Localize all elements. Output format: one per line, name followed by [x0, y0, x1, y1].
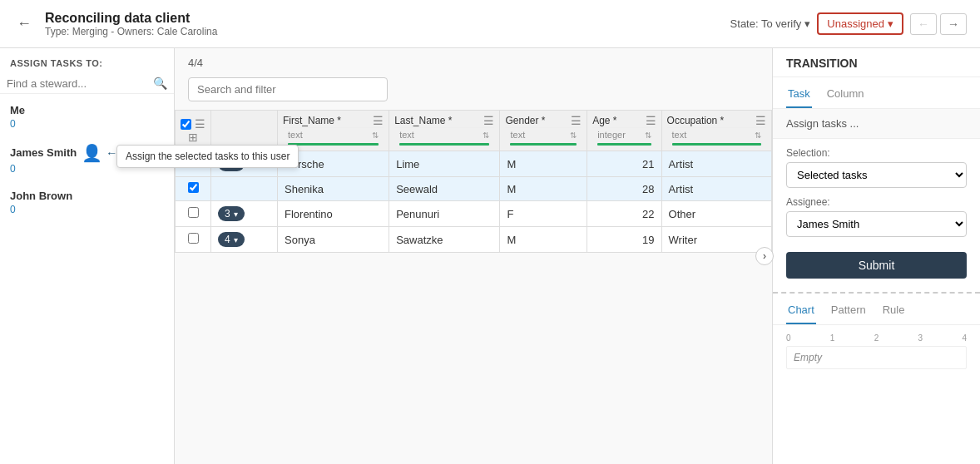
chart-axis: 01234	[786, 333, 967, 343]
grid-view-icon[interactable]: ⊞	[188, 131, 198, 144]
page-title: Reconciling data client	[45, 11, 217, 26]
row-gender-cell: F	[500, 201, 587, 227]
row-gender-cell: M	[500, 151, 587, 177]
row-age-cell: 19	[587, 227, 661, 253]
row-age-cell: 28	[587, 177, 661, 201]
nav-prev-button[interactable]: ←	[910, 13, 937, 35]
th-age-sort[interactable]: ⇅	[645, 131, 651, 140]
page-subtitle: Type: Merging - Owners: Cale Carolina	[45, 26, 217, 37]
th-gender-sort[interactable]: ⇅	[570, 131, 577, 140]
nav-next-button[interactable]: →	[940, 13, 967, 35]
john-brown-label: John Brown	[10, 190, 164, 202]
james-smith-row[interactable]: James Smith 👤 ← 0 Assign the selected ta…	[0, 138, 174, 180]
th-first-name-type: text	[288, 130, 303, 140]
search-filter-input[interactable]	[188, 77, 388, 101]
row-checkbox[interactable]	[188, 182, 199, 193]
row-last_name-cell: Penunuri	[389, 201, 500, 227]
th-first-name-label: First_Name *	[283, 115, 341, 126]
th-gender-label: Gender *	[505, 115, 545, 126]
row-last_name-cell: Sawatzke	[389, 227, 500, 253]
th-age-menu[interactable]: ☰	[646, 114, 656, 127]
assignee-select[interactable]: James Smith Me John Brown	[786, 211, 967, 237]
row-first_name-cell: Sonya	[278, 227, 389, 253]
transition-tabs: Task Column	[773, 77, 980, 109]
person-icon: 👤	[82, 143, 102, 163]
table-row: 4 ▾SonyaSawatzkeM19Writer	[176, 227, 772, 253]
task-badge[interactable]: 4 ▾	[218, 232, 245, 247]
assign-to-user-icon[interactable]: 👤 ←	[82, 143, 117, 163]
assign-tooltip: Assign the selected tasks to this user	[116, 145, 299, 168]
th-last-name-sort[interactable]: ⇅	[483, 131, 489, 140]
search-steward-input[interactable]	[7, 77, 153, 90]
th-last-name-type: text	[399, 130, 414, 140]
select-all-checkbox[interactable]	[181, 119, 191, 130]
th-last-name: Last_Name * ☰ text ⇅	[389, 111, 500, 151]
th-occupation-label: Occupation *	[667, 115, 725, 126]
row-occupation-cell: Writer	[661, 227, 771, 253]
th-gender: Gender * ☰ text ⇅	[500, 111, 587, 151]
row-last_name-cell: Lime	[389, 151, 500, 177]
th-last-name-label: Last_Name *	[394, 115, 452, 126]
th-gender-type: text	[510, 130, 525, 140]
row-gender-cell: M	[500, 177, 587, 201]
row-checkbox[interactable]	[188, 207, 199, 218]
john-brown-count[interactable]: 0	[10, 204, 164, 215]
row-checkbox[interactable]	[188, 233, 199, 244]
search-steward-bar[interactable]: 🔍	[0, 73, 174, 94]
collapse-right-panel-button[interactable]: ›	[755, 247, 774, 265]
me-label: Me	[10, 104, 164, 116]
row-age-cell: 22	[587, 201, 661, 227]
tab-chart[interactable]: Chart	[786, 300, 816, 324]
row-occupation-cell: Other	[661, 201, 771, 227]
row-age-cell: 21	[587, 151, 661, 177]
th-last-name-menu[interactable]: ☰	[483, 114, 494, 127]
selection-label: Selection:	[786, 147, 967, 159]
th-occupation-menu[interactable]: ☰	[755, 114, 766, 127]
row-first_name-cell: Florentino	[278, 201, 389, 227]
back-button[interactable]: ←	[13, 12, 35, 36]
selection-select[interactable]: Selected tasks All tasks My tasks	[786, 162, 967, 188]
tab-task[interactable]: Task	[786, 84, 812, 108]
table-row: 3 ▾FlorentinoPenunuriF22Other	[176, 201, 772, 227]
th-age-label: Age *	[592, 115, 616, 126]
th-first-name-menu[interactable]: ☰	[373, 114, 384, 127]
james-smith-label: James Smith	[10, 146, 77, 159]
assign-tasks-to-label: ASSIGN TASKS TO:	[0, 55, 174, 73]
table-row: ShenikaSeewaldM28Artist	[176, 177, 772, 201]
row-task-cell	[211, 177, 278, 201]
row-first_name-cell: Shenika	[278, 177, 389, 201]
bottom-tabs: Chart Pattern Rule	[773, 294, 980, 325]
record-count: 4/4	[175, 48, 772, 77]
th-age-type: integer	[597, 130, 626, 140]
me-count[interactable]: 0	[10, 118, 164, 130]
unassigned-button[interactable]: Unassigned ▾	[817, 12, 903, 35]
row-checkbox-cell[interactable]	[176, 201, 211, 227]
search-icon: 🔍	[153, 77, 167, 90]
assignee-label: Assignee:	[786, 196, 967, 208]
row-occupation-cell: Artist	[661, 177, 771, 201]
transition-header: TRANSITION	[773, 48, 980, 77]
data-table: ☰ ⊞ F	[175, 110, 772, 253]
th-first-name-sort[interactable]: ⇅	[372, 131, 379, 140]
row-task-cell: 3 ▾	[211, 201, 278, 227]
tab-pattern[interactable]: Pattern	[829, 300, 868, 324]
row-checkbox-cell[interactable]	[176, 177, 211, 201]
submit-button[interactable]: Submit	[786, 252, 967, 279]
th-gender-menu[interactable]: ☰	[571, 114, 582, 127]
task-badge[interactable]: 3 ▾	[218, 206, 245, 221]
tab-column[interactable]: Column	[825, 84, 866, 108]
chart-empty-label: Empty	[794, 352, 822, 363]
row-occupation-cell: Artist	[661, 151, 771, 177]
th-occupation: Occupation * ☰ text ⇅	[661, 111, 771, 151]
row-checkbox-cell[interactable]	[176, 227, 211, 253]
th-occupation-sort[interactable]: ⇅	[755, 131, 761, 140]
th-occupation-type: text	[672, 130, 687, 140]
row-task-cell: 4 ▾	[211, 227, 278, 253]
row-gender-cell: M	[500, 227, 587, 253]
th-age: Age * ☰ integer ⇅	[587, 111, 661, 151]
tab-rule[interactable]: Rule	[881, 300, 907, 324]
column-menu-icon[interactable]: ☰	[195, 117, 205, 131]
chart-bar-area: Empty	[786, 346, 967, 369]
state-label: State: To verify ▾	[730, 17, 811, 30]
assign-tasks-section-label: Assign tasks ...	[773, 109, 980, 139]
